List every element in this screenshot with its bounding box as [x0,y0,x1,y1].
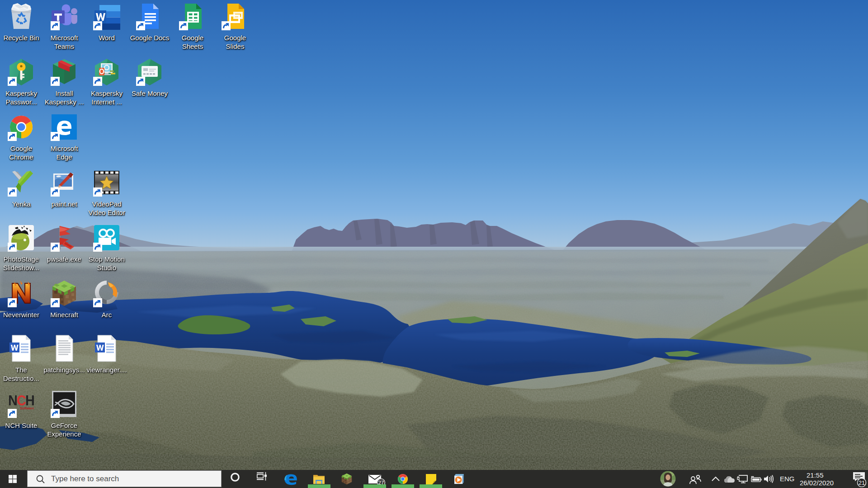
svg-text:21: 21 [859,480,865,486]
